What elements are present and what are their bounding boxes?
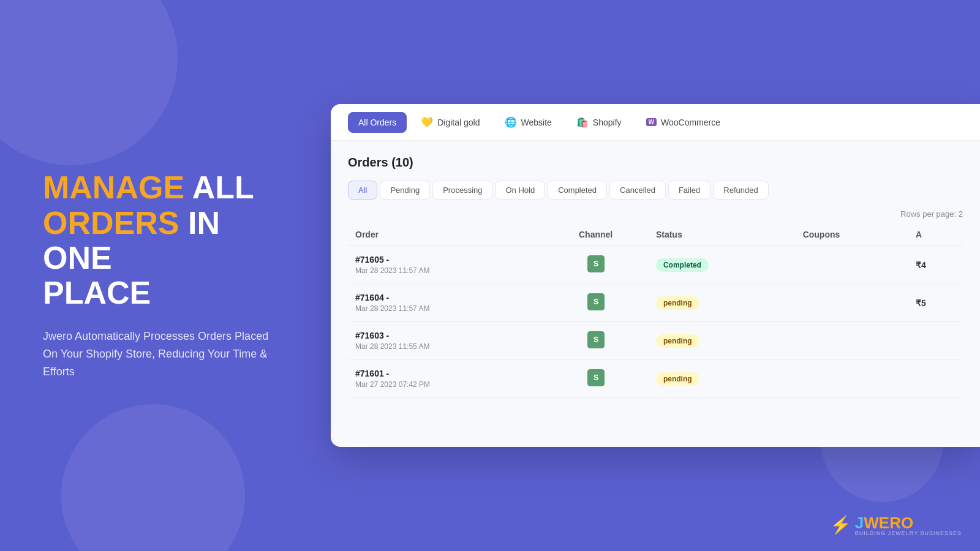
- rows-per-page-label: Rows per page:: [900, 209, 956, 219]
- coupons-cell: [796, 246, 908, 284]
- all-orders-label: All Orders: [358, 118, 396, 127]
- table-row[interactable]: #71601 - Mar 27 2023 07:42 PM S pending: [348, 360, 963, 398]
- card-content: Orders (10) All Pending Processing On Ho…: [331, 141, 980, 447]
- order-number: #71604 -: [355, 293, 535, 302]
- status-badge: pending: [656, 372, 699, 386]
- status-badge: Completed: [656, 258, 709, 272]
- rows-per-page-value: 2: [959, 209, 963, 219]
- website-label: Website: [521, 118, 552, 127]
- filter-on-hold[interactable]: On Hold: [495, 181, 545, 200]
- headline-orders: ORDERS: [43, 205, 179, 241]
- channel-cell: S: [543, 284, 649, 322]
- woocommerce-label: WooCommerce: [661, 118, 720, 127]
- table-row[interactable]: #71605 - Mar 28 2023 11:57 AM S Complete…: [348, 246, 963, 284]
- channel-cell: S: [543, 246, 649, 284]
- filter-tabs: All Pending Processing On Hold Completed…: [348, 181, 963, 200]
- channel-cell: S: [543, 322, 649, 360]
- col-channel: Channel: [543, 223, 649, 246]
- shopify-icon: S: [587, 331, 605, 348]
- order-date: Mar 28 2023 11:57 AM: [355, 266, 535, 275]
- digital-gold-icon: 💛: [421, 116, 433, 128]
- amount-cell: ₹4: [908, 246, 963, 284]
- main-headline: MANAGE ALL ORDERS IN ONE PLACE: [43, 170, 276, 310]
- amount-cell: [908, 360, 963, 398]
- amount-cell: ₹5: [908, 284, 963, 322]
- status-badge: pending: [656, 334, 699, 348]
- logo-j: J: [855, 514, 864, 532]
- orders-card: All Orders 💛 Digital gold 🌐 Website 🛍️ S…: [331, 104, 980, 447]
- subtext: Jwero Automatically Processes Orders Pla…: [43, 328, 276, 380]
- website-icon: 🌐: [505, 116, 517, 128]
- status-cell: pending: [649, 360, 796, 398]
- shopify-tab-icon: 🛍️: [576, 116, 589, 128]
- orders-title: Orders (10): [348, 156, 963, 170]
- order-number: #71601 -: [355, 369, 535, 378]
- woo-icon: W: [646, 118, 657, 126]
- table-row[interactable]: #71604 - Mar 28 2023 11:57 AM S pending₹…: [348, 284, 963, 322]
- headline-all: ALL: [192, 170, 254, 205]
- coupons-cell: [796, 322, 908, 360]
- status-cell: Completed: [649, 246, 796, 284]
- shopify-icon: S: [587, 255, 605, 272]
- rows-per-page: Rows per page: 2: [348, 209, 963, 219]
- filter-all[interactable]: All: [348, 181, 377, 200]
- shopify-icon: S: [587, 293, 605, 310]
- coupons-cell: [796, 284, 908, 322]
- filter-failed[interactable]: Failed: [668, 181, 710, 200]
- col-amount: A: [908, 223, 963, 246]
- tab-all-orders[interactable]: All Orders: [348, 112, 407, 133]
- tab-website[interactable]: 🌐 Website: [494, 111, 562, 133]
- amount-cell: [908, 322, 963, 360]
- card-wrapper: All Orders 💛 Digital gold 🌐 Website 🛍️ S…: [318, 0, 980, 551]
- tab-shopify[interactable]: 🛍️ Shopify: [566, 111, 632, 133]
- headline-manage: MANAGE: [43, 170, 184, 205]
- order-cell: #71605 - Mar 28 2023 11:57 AM: [348, 246, 543, 284]
- tab-bar: All Orders 💛 Digital gold 🌐 Website 🛍️ S…: [331, 104, 980, 141]
- logo-corner: ⚡ JWERO BUILDING JEWELRY BUSINESSES: [830, 514, 962, 536]
- tab-woocommerce[interactable]: W WooCommerce: [636, 112, 731, 133]
- svg-text:S: S: [593, 260, 598, 268]
- svg-text:S: S: [593, 335, 598, 344]
- order-cell: #71604 - Mar 28 2023 11:57 AM: [348, 284, 543, 322]
- logo-subtitle: BUILDING JEWELRY BUSINESSES: [855, 530, 962, 536]
- status-cell: pending: [649, 284, 796, 322]
- filter-processing[interactable]: Processing: [432, 181, 492, 200]
- svg-text:S: S: [593, 373, 598, 382]
- coupons-cell: [796, 360, 908, 398]
- order-date: Mar 27 2023 07:42 PM: [355, 380, 535, 389]
- logo-bolt-icon: ⚡: [830, 515, 851, 535]
- col-order: Order: [348, 223, 543, 246]
- order-number: #71605 -: [355, 255, 535, 264]
- status-cell: pending: [649, 322, 796, 360]
- col-status: Status: [649, 223, 796, 246]
- digital-gold-label: Digital gold: [437, 118, 480, 127]
- table-row[interactable]: #71603 - Mar 28 2023 11:55 AM S pending: [348, 322, 963, 360]
- filter-cancelled[interactable]: Cancelled: [609, 181, 666, 200]
- status-badge: pending: [656, 296, 699, 310]
- orders-table: Order Channel Status Coupons A #71605 - …: [348, 223, 963, 398]
- shopify-icon: S: [587, 369, 605, 386]
- tab-digital-gold[interactable]: 💛 Digital gold: [410, 111, 490, 133]
- logo-wero: WERO: [864, 514, 913, 532]
- logo-stack: JWERO BUILDING JEWELRY BUSINESSES: [855, 514, 962, 536]
- filter-pending[interactable]: Pending: [380, 181, 430, 200]
- bg-decoration-2: [61, 404, 245, 551]
- svg-text:S: S: [593, 298, 598, 306]
- order-date: Mar 28 2023 11:55 AM: [355, 342, 535, 351]
- filter-refunded[interactable]: Refunded: [713, 181, 768, 200]
- order-cell: #71601 - Mar 27 2023 07:42 PM: [348, 360, 543, 398]
- filter-completed[interactable]: Completed: [548, 181, 607, 200]
- headline-place: PLACE: [43, 275, 151, 310]
- order-cell: #71603 - Mar 28 2023 11:55 AM: [348, 322, 543, 360]
- shopify-label: Shopify: [593, 118, 622, 127]
- col-coupons: Coupons: [796, 223, 908, 246]
- left-panel: MANAGE ALL ORDERS IN ONE PLACE Jwero Aut…: [0, 133, 318, 417]
- channel-cell: S: [543, 360, 649, 398]
- order-date: Mar 28 2023 11:57 AM: [355, 304, 535, 313]
- order-number: #71603 -: [355, 331, 535, 340]
